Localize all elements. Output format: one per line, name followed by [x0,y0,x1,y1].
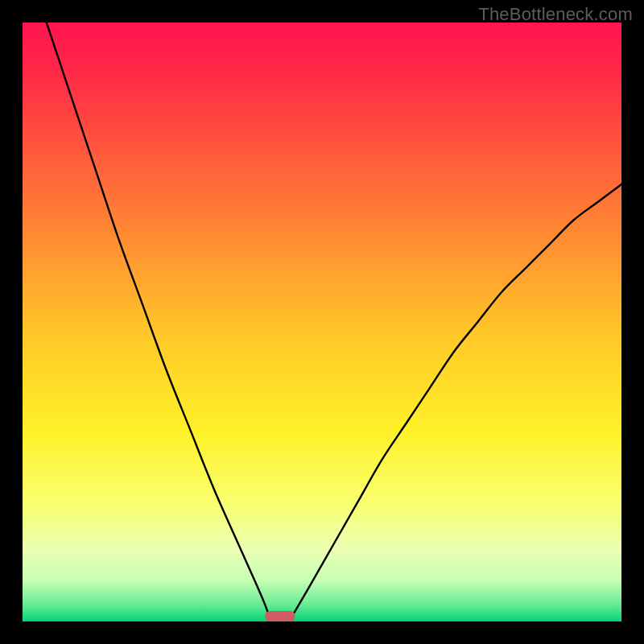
chart-container: TheBottleneck.com [0,0,644,644]
watermark-text: TheBottleneck.com [478,4,633,25]
plot-area [23,23,621,621]
min-marker-pill [265,611,295,621]
chart-svg [23,23,621,621]
gradient-background [23,23,621,621]
